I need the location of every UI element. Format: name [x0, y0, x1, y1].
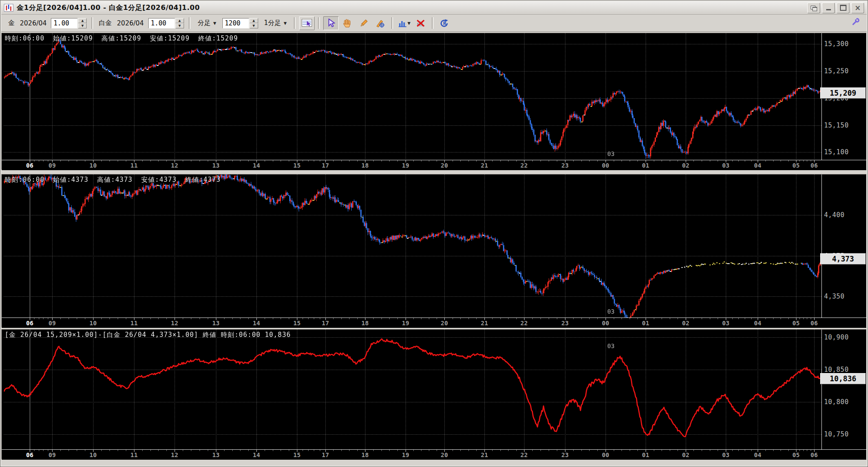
spin-up-button[interactable]: ▲	[250, 18, 258, 23]
minute-tick	[320, 160, 320, 162]
svg-text:R: R	[443, 21, 446, 26]
platinum-multiplier-input[interactable]: 1.00	[148, 18, 175, 28]
minute-tick	[460, 450, 461, 451]
gold-multiplier-spinner: 1.00 ▲ ▼	[51, 18, 87, 29]
delete-chart-button[interactable]	[413, 16, 428, 30]
spin-down-button[interactable]: ▼	[175, 23, 184, 28]
minute-tick	[69, 450, 69, 451]
minute-tick	[453, 450, 453, 451]
minute-tick	[333, 318, 334, 319]
minute-tick	[200, 450, 200, 451]
hour-label: 03	[719, 451, 732, 458]
minimize-button[interactable]	[822, 3, 835, 13]
minute-tick	[341, 450, 342, 451]
hour-label: 13	[209, 320, 222, 327]
minute-tick	[373, 318, 374, 319]
minute-tick	[589, 318, 590, 319]
minute-tick	[745, 318, 745, 319]
minute-tick	[101, 450, 102, 451]
minute-tick	[158, 450, 159, 451]
marker-tool-button[interactable]	[372, 16, 388, 30]
float-window-button[interactable]	[807, 3, 820, 13]
hour-label: 19	[399, 320, 412, 327]
minute-tick	[540, 450, 541, 451]
minute-tick	[468, 160, 469, 162]
price-tick-label: 15,250	[824, 67, 849, 75]
pen-target-icon	[375, 19, 385, 28]
minute-tick	[109, 160, 110, 162]
chart-x-icon	[416, 19, 425, 28]
hour-label: 05	[790, 162, 802, 169]
platinum-contract-month[interactable]: 2026/04	[117, 19, 144, 27]
reload-button[interactable]: R	[437, 16, 453, 30]
minute-tick	[597, 160, 598, 162]
minute-tick	[43, 318, 44, 319]
minute-tick	[476, 318, 477, 319]
spread-line-plot[interactable]	[4, 330, 821, 449]
minute-tick	[320, 450, 320, 451]
gold-multiplier-input[interactable]: 1.00	[51, 18, 78, 28]
minute-tick	[289, 450, 289, 451]
minute-tick	[516, 318, 517, 319]
timeframe-dropdown[interactable]: 1分足 ▼	[262, 18, 288, 28]
minute-tick	[637, 160, 638, 162]
toolbar-separator	[318, 17, 320, 29]
minute-tick	[508, 318, 509, 319]
spin-up-button[interactable]: ▲	[78, 18, 87, 23]
spin-down-button[interactable]: ▼	[78, 23, 87, 28]
minute-tick	[549, 318, 549, 319]
settings-button[interactable]	[849, 17, 861, 30]
minute-tick	[413, 450, 414, 451]
hour-label: 23	[559, 162, 571, 169]
minute-tick	[811, 450, 811, 451]
minute-tick	[453, 160, 453, 162]
minute-tick	[232, 318, 233, 319]
hour-label: 20	[438, 320, 451, 327]
data-window-button[interactable]	[299, 16, 315, 30]
title-bar[interactable]: 金1分足[2026/04]1.00 - 白金1分足[2026/04]1.00 ×	[1, 1, 867, 15]
platinum-chart-panel: 時刻:06:00 始値:4373 高値:4373 安値:4373 終値:4373…	[1, 174, 867, 327]
minute-tick	[208, 318, 208, 319]
hour-label: 06	[808, 320, 821, 327]
minute-tick	[803, 450, 804, 451]
toolbar-separator	[294, 17, 296, 29]
spin-up-button[interactable]: ▲	[175, 18, 184, 23]
gold-candlestick-plot[interactable]	[4, 33, 821, 160]
maximize-button[interactable]	[837, 3, 849, 13]
minute-tick	[453, 318, 453, 319]
minute-tick	[126, 160, 126, 162]
platinum-label: 白金	[99, 19, 112, 27]
minute-tick	[248, 450, 249, 451]
minute-tick	[738, 318, 739, 319]
minute-tick	[85, 318, 85, 319]
indicator-chart-button[interactable]: ▼	[397, 16, 412, 30]
gold-label: 金	[8, 19, 15, 27]
spread-time-axis: 0609101112131415171819202122230001020304…	[2, 449, 866, 460]
draw-tool-button[interactable]	[356, 16, 372, 30]
gold-contract-month[interactable]: 2026/04	[20, 19, 47, 27]
minute-tick	[745, 450, 745, 451]
bar-type-dropdown[interactable]: 分足 ▼	[196, 18, 218, 28]
minute-tick	[265, 160, 265, 162]
wrench-icon	[849, 17, 861, 28]
minute-tick	[637, 318, 638, 319]
minute-tick	[630, 450, 630, 451]
hour-label: 17	[319, 320, 332, 327]
minute-tick	[273, 450, 273, 451]
minute-tick	[702, 160, 702, 162]
minute-tick	[101, 318, 102, 319]
minute-tick	[69, 160, 69, 162]
minute-tick	[773, 318, 774, 319]
minute-tick	[413, 160, 414, 162]
close-button[interactable]: ×	[851, 3, 864, 13]
pointer-tool-button[interactable]	[323, 16, 339, 30]
hour-label: 17	[319, 451, 332, 458]
bar-count-input[interactable]: 1200	[222, 18, 249, 28]
minute-tick	[166, 318, 167, 319]
spin-down-button[interactable]: ▼	[250, 23, 258, 28]
minute-tick	[745, 160, 745, 162]
hour-label: 13	[209, 451, 222, 458]
pan-tool-button[interactable]	[340, 16, 355, 30]
chevron-down-icon: ▼	[284, 21, 287, 25]
platinum-candlestick-plot[interactable]	[4, 174, 821, 318]
